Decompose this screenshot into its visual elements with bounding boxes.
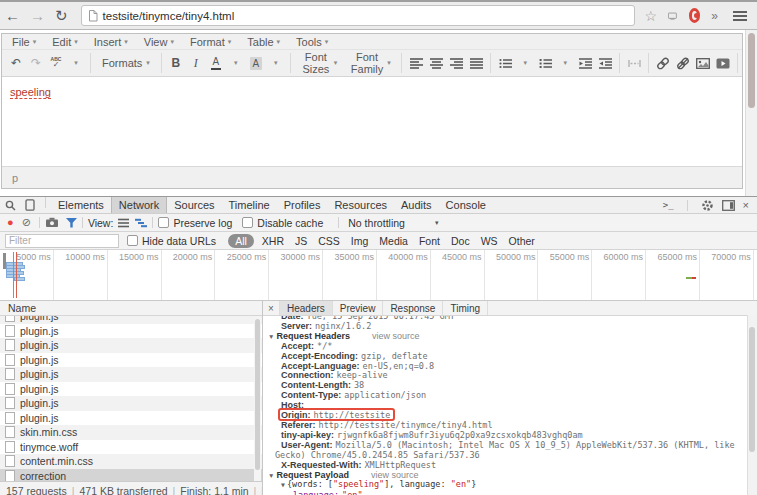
numbered-list-button[interactable] xyxy=(535,53,555,73)
devtools-tab-sources[interactable]: Sources xyxy=(167,197,221,213)
chrome-menu-icon[interactable] xyxy=(733,11,747,21)
console-drawer-icon[interactable]: >_ xyxy=(663,200,674,210)
filter-pill-media[interactable]: Media xyxy=(379,235,408,247)
request-row-correction[interactable]: correction xyxy=(0,469,262,482)
request-row-plugin-js[interactable]: plugin.js xyxy=(0,324,262,339)
disable-cache-checkbox[interactable]: Disable cache xyxy=(242,217,323,229)
dock-side-icon[interactable] xyxy=(722,200,735,211)
inspect-element-button[interactable] xyxy=(0,197,20,213)
screenshot-camera-icon[interactable] xyxy=(45,217,59,228)
view-source-link[interactable]: view source xyxy=(371,470,419,480)
cast-icon[interactable] xyxy=(668,10,677,22)
detail-tab-response[interactable]: Response xyxy=(383,301,443,315)
insert-media-button[interactable] xyxy=(713,53,733,73)
devtools-tab-elements[interactable]: Elements xyxy=(51,197,111,213)
request-row-plugin-js[interactable]: plugin.js xyxy=(0,411,262,426)
devtools-tab-audits[interactable]: Audits xyxy=(394,197,439,213)
close-detail-icon[interactable]: × xyxy=(263,303,279,314)
align-justify-button[interactable] xyxy=(466,53,486,73)
name-column-header[interactable]: Name xyxy=(0,301,262,316)
filter-pill-doc[interactable]: Doc xyxy=(451,235,470,247)
editor-content-area[interactable]: speeling xyxy=(2,77,742,166)
detail-scrollbar[interactable] xyxy=(747,315,757,495)
request-row-plugin-js[interactable]: plugin.js xyxy=(0,338,262,353)
view-source-link[interactable]: view source xyxy=(372,331,420,341)
unlink-button[interactable] xyxy=(673,53,693,73)
page-scrollbar[interactable] xyxy=(745,30,757,196)
forward-button[interactable]: → xyxy=(30,8,45,23)
devtools-tab-network[interactable]: Network xyxy=(111,197,167,213)
detail-tab-timing[interactable]: Timing xyxy=(443,301,488,315)
filter-pill-other[interactable]: Other xyxy=(509,235,535,247)
view-waterfall-icon[interactable] xyxy=(135,218,147,228)
request-row-skin-min-css[interactable]: skin.min.css xyxy=(0,425,262,440)
menu-format[interactable]: Format▾ xyxy=(182,34,239,49)
filter-input[interactable] xyxy=(5,234,119,248)
gear-icon[interactable] xyxy=(701,199,714,212)
undo-button[interactable]: ↶ xyxy=(6,53,26,73)
back-button[interactable]: ← xyxy=(5,8,20,23)
detail-tab-headers[interactable]: Headers xyxy=(279,301,333,315)
forecolor-button[interactable]: A xyxy=(206,53,226,73)
view-list-icon[interactable] xyxy=(118,218,129,228)
detail-tab-preview[interactable]: Preview xyxy=(333,301,384,315)
throttling-dropdown[interactable]: No throttling ▾ xyxy=(348,217,438,229)
address-bar[interactable]: testsite/tinymce/tiny4.html xyxy=(81,5,635,26)
pagebreak-button[interactable] xyxy=(624,53,644,73)
align-left-button[interactable] xyxy=(406,53,426,73)
backcolor-button[interactable]: A xyxy=(246,53,266,73)
filter-pill-all[interactable]: All xyxy=(228,234,254,248)
preserve-log-checkbox[interactable]: Preserve log xyxy=(158,217,232,229)
filter-pill-xhr[interactable]: XHR xyxy=(262,235,284,247)
forecolor-menu-button[interactable]: ▾ xyxy=(226,53,246,73)
request-row-plugin-js[interactable]: plugin.js xyxy=(0,382,262,397)
devtools-tab-timeline[interactable]: Timeline xyxy=(222,197,277,213)
backcolor-menu-button[interactable]: ▾ xyxy=(266,53,286,73)
filter-funnel-icon[interactable] xyxy=(66,218,77,228)
request-row-content-min-css[interactable]: content.min.css xyxy=(0,454,262,469)
align-center-button[interactable] xyxy=(426,53,446,73)
bullet-list-menu-button[interactable]: ▾ xyxy=(515,53,535,73)
detail-scrollbar-thumb[interactable] xyxy=(749,327,755,452)
italic-button[interactable]: I xyxy=(186,53,206,73)
font-family-dropdown[interactable]: Font Family▾ xyxy=(344,53,397,73)
bold-button[interactable]: B xyxy=(166,53,186,73)
outdent-button[interactable] xyxy=(575,53,595,73)
filter-pill-ws[interactable]: WS xyxy=(481,235,498,247)
request-row-plugin-js[interactable]: plugin.js xyxy=(0,316,262,324)
requests-scrollbar[interactable] xyxy=(254,317,261,481)
font-sizes-dropdown[interactable]: Font Sizes▾ xyxy=(295,53,345,73)
overflow-chevrons-icon[interactable]: » xyxy=(711,10,718,22)
redo-button[interactable]: ↷ xyxy=(26,53,46,73)
network-overview[interactable]: 5000 ms10000 ms15000 ms20000 ms25000 ms3… xyxy=(0,250,757,301)
device-mode-button[interactable] xyxy=(20,197,40,213)
element-path[interactable]: p xyxy=(12,172,18,184)
requests-scrollbar-thumb[interactable] xyxy=(255,319,260,470)
devtools-tab-profiles[interactable]: Profiles xyxy=(277,197,328,213)
bullet-list-button[interactable] xyxy=(495,53,515,73)
filter-pill-css[interactable]: CSS xyxy=(318,235,340,247)
clear-network-button[interactable]: ⊘ xyxy=(22,217,31,228)
misspelled-word[interactable]: speeling xyxy=(10,86,51,99)
spellcheck-button[interactable]: ABC✓ xyxy=(46,53,66,73)
insert-image-button[interactable] xyxy=(693,53,713,73)
hide-data-urls-checkbox[interactable]: Hide data URLs xyxy=(127,235,216,247)
reload-button[interactable]: ↻ xyxy=(55,8,68,23)
record-network-button[interactable]: ● xyxy=(7,217,14,228)
align-right-button[interactable] xyxy=(446,53,466,73)
request-row-tinymce-woff[interactable]: tinymce.woff xyxy=(0,440,262,455)
filter-pill-font[interactable]: Font xyxy=(419,235,440,247)
menu-view[interactable]: View▾ xyxy=(136,34,182,49)
bookmark-star-icon[interactable]: ☆ xyxy=(645,9,658,23)
page-scrollbar-thumb[interactable] xyxy=(748,33,755,108)
link-button[interactable] xyxy=(653,53,673,73)
filter-pill-js[interactable]: JS xyxy=(295,235,307,247)
spellcheck-menu-button[interactable]: ▾ xyxy=(66,53,86,73)
devtools-tab-console[interactable]: Console xyxy=(439,197,493,213)
request-row-plugin-js[interactable]: plugin.js xyxy=(0,367,262,382)
close-devtools-icon[interactable]: × xyxy=(743,199,749,211)
filter-pill-img[interactable]: Img xyxy=(351,235,369,247)
menu-edit[interactable]: Edit▾ xyxy=(44,34,85,49)
formats-dropdown[interactable]: Formats▾ xyxy=(95,53,157,73)
menu-table[interactable]: Table▾ xyxy=(239,34,288,49)
